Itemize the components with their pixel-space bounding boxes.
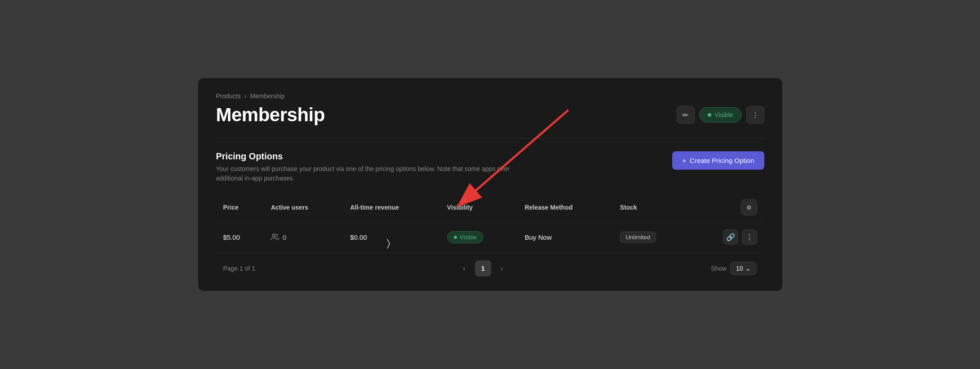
visible-label: Visible	[715, 111, 733, 119]
header-actions: ✏ Visible ⋮	[677, 106, 764, 124]
next-page-button[interactable]: ›	[495, 261, 509, 276]
table-settings-button[interactable]: ⚙	[741, 199, 757, 215]
more-options-button[interactable]: ⋮	[746, 106, 764, 124]
pricing-table: Price Active users All-time revenue Visi…	[216, 194, 764, 253]
pagination-bar: Page 1 of 1 ‹ 1 › Show 10 ⌄	[216, 253, 764, 277]
cell-release-method: Buy Now	[518, 221, 613, 253]
table-row: $5.00 0 $0.00	[216, 221, 764, 253]
show-control: Show 10 ⌄	[711, 262, 757, 275]
svg-point-2	[273, 234, 275, 237]
chevron-down-icon: ⌄	[745, 265, 751, 272]
prev-page-button[interactable]: ‹	[457, 261, 471, 276]
active-users-count: 0	[283, 233, 286, 241]
visibility-label: Visible	[460, 234, 477, 241]
create-pricing-option-button[interactable]: + Create Pricing Option	[672, 151, 764, 170]
page-controls: ‹ 1 ›	[457, 260, 509, 277]
pricing-section-header: Pricing Options Your customers will purc…	[216, 151, 764, 183]
breadcrumb-separator: ›	[244, 92, 247, 100]
cell-all-time-revenue: $0.00	[343, 221, 440, 253]
stock-badge: Unlimited	[620, 232, 656, 243]
row-more-button[interactable]: ⋮	[742, 229, 757, 245]
per-page-value: 10	[736, 265, 743, 272]
row-link-button[interactable]: 🔗	[723, 229, 738, 245]
cell-row-actions: 🔗 ⋮	[690, 221, 764, 253]
settings-icon: ⚙	[746, 204, 752, 211]
col-all-time-revenue: All-time revenue	[343, 194, 440, 221]
col-active-users: Active users	[264, 194, 343, 221]
edit-icon: ✏	[683, 111, 688, 119]
section-description: Your customers will purchase your produc…	[216, 164, 531, 183]
visibility-badge: Visible	[447, 231, 483, 243]
col-stock: Stock	[613, 194, 690, 221]
visible-dot	[708, 113, 711, 117]
breadcrumb-products[interactable]: Products	[216, 92, 241, 100]
table-header-row: Price Active users All-time revenue Visi…	[216, 194, 764, 221]
page-header: Membership ✏ Visible ⋮	[216, 104, 764, 126]
edit-button[interactable]: ✏	[677, 106, 695, 124]
section-info: Pricing Options Your customers will purc…	[216, 151, 531, 183]
cell-price: $5.00	[216, 221, 264, 253]
cell-active-users: 0	[264, 221, 343, 253]
cell-visibility: Visible	[440, 221, 518, 253]
create-icon: +	[682, 157, 686, 164]
per-page-select[interactable]: 10 ⌄	[730, 262, 757, 275]
col-release-method: Release Method	[518, 194, 613, 221]
create-label: Create Pricing Option	[690, 157, 754, 164]
current-page-number[interactable]: 1	[475, 260, 491, 277]
header-divider	[216, 138, 764, 139]
col-settings: ⚙	[690, 194, 764, 221]
col-visibility: Visibility	[440, 194, 518, 221]
show-label: Show	[711, 265, 727, 272]
row-actions: 🔗 ⋮	[697, 229, 757, 245]
page-title: Membership	[216, 104, 325, 126]
breadcrumb: Products › Membership	[216, 92, 764, 100]
users-icon	[271, 233, 279, 241]
page-info: Page 1 of 1	[223, 265, 256, 272]
cell-stock: Unlimited	[613, 221, 690, 253]
visible-status-button[interactable]: Visible	[699, 107, 742, 123]
link-icon: 🔗	[726, 233, 735, 242]
more-icon: ⋮	[752, 111, 759, 119]
row-more-icon: ⋮	[746, 233, 753, 242]
breadcrumb-current: Membership	[250, 92, 284, 100]
col-price: Price	[216, 194, 264, 221]
visibility-dot	[454, 236, 457, 239]
section-title: Pricing Options	[216, 151, 531, 162]
